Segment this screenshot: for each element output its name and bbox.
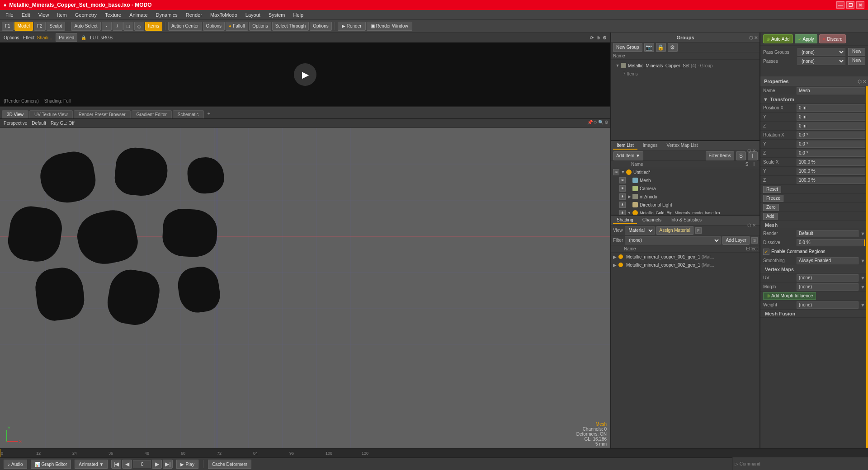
assign-f-key[interactable]: F	[695, 227, 702, 234]
add-transform-button[interactable]: Add	[763, 213, 778, 220]
morph-value[interactable]: (none)	[797, 283, 859, 291]
shading-row-2[interactable]: ▶ Metallic_mineral_cooper_002_geo_1 (Mat…	[611, 261, 760, 269]
menu-render[interactable]: Render	[182, 11, 206, 19]
select-through-button[interactable]: Select Through	[272, 22, 309, 31]
graph-editor-button[interactable]: 📊 Graph Editor	[31, 460, 71, 469]
options-1-button[interactable]: Options	[203, 22, 225, 31]
expand-icon-2[interactable]: ▶	[613, 263, 617, 268]
rotation-x-value[interactable]: 0.0 °	[797, 132, 865, 139]
menu-animate[interactable]: Animate	[126, 11, 151, 19]
play-button[interactable]: ▶	[152, 460, 162, 469]
position-x-value[interactable]: 0 m	[797, 104, 865, 112]
new-group-button[interactable]: New Group	[613, 43, 642, 52]
model-button[interactable]: Model	[14, 22, 33, 31]
falloff-button[interactable]: ● Falloff	[226, 22, 248, 31]
vp-pin-icon[interactable]: 📌	[587, 120, 593, 125]
freeze-button[interactable]: Freeze	[763, 195, 783, 202]
new-pass-groups-button[interactable]: New	[848, 48, 865, 56]
eye-icon-1[interactable]: 👁	[619, 177, 626, 183]
scale-x-value[interactable]: 100.0 %	[797, 159, 865, 166]
items-button[interactable]: Items	[145, 22, 162, 31]
tab-item-list[interactable]: Item List	[613, 142, 637, 150]
enable-cmd-checkbox[interactable]: ✓	[763, 249, 769, 255]
new-passes-button[interactable]: New	[848, 57, 865, 65]
passes-select[interactable]: (none)	[797, 57, 845, 65]
menu-help[interactable]: Help	[290, 11, 307, 19]
group-toggle[interactable]: ▼	[615, 63, 620, 68]
preview-play-button[interactable]: ▶	[294, 63, 316, 86]
add-morph-button[interactable]: ⊕ Add Morph Influence	[763, 292, 816, 300]
transform-section-header[interactable]: ▼ Transform	[760, 95, 868, 103]
menu-system[interactable]: System	[265, 11, 289, 19]
tab-gradient-editor[interactable]: Gradient Editor	[132, 110, 172, 118]
properties-expand[interactable]: ⬡✕	[858, 79, 866, 84]
add-view-tab-button[interactable]: +	[205, 109, 213, 118]
cache-deformers-button[interactable]: Cache Deformers	[208, 460, 251, 469]
toggle-0[interactable]: ▼	[620, 170, 626, 174]
vp-zoom-icon[interactable]: ⊕	[596, 35, 600, 40]
tab-channels[interactable]: Channels	[639, 216, 665, 224]
play-btn-label[interactable]: ▶ Play	[176, 460, 198, 469]
expand-icon-1[interactable]: ▶	[613, 254, 617, 259]
uv-value[interactable]: (none)	[797, 274, 859, 282]
play-prev-button[interactable]: ◀	[122, 460, 132, 469]
eye-icon-4[interactable]: 👁	[619, 202, 626, 208]
play-start-button[interactable]: |◀	[111, 460, 121, 469]
vp-settings-icon[interactable]: ⚙	[603, 35, 607, 40]
shading-expand[interactable]: ⬡✕	[747, 223, 756, 228]
position-y-value[interactable]: 0 m	[797, 113, 865, 121]
add-layer-button[interactable]: Add Layer	[722, 236, 750, 245]
select-edge-icon[interactable]: /	[113, 22, 123, 31]
tab-3d-view[interactable]: 3D View	[2, 110, 28, 118]
prop-name-value[interactable]: Mesh	[797, 87, 865, 94]
group-item-main[interactable]: ▼ Metallic_Minerals_Copper_Set (4) · Gro…	[613, 61, 758, 70]
tab-images[interactable]: Images	[639, 142, 661, 150]
rotation-y-value[interactable]: 0.0 °	[797, 141, 865, 148]
weight-value[interactable]: (none)	[797, 301, 859, 309]
tree-item-m2modo[interactable]: 👁 ▶ m2modo	[611, 193, 760, 201]
scale-y-value[interactable]: 100.0 %	[797, 168, 865, 175]
shading-row-1[interactable]: ▶ Metallic_mineral_cooper_001_geo_1 (Mat…	[611, 253, 760, 261]
eye-icon-5[interactable]: 👁	[619, 210, 626, 215]
menu-layout[interactable]: Layout	[242, 11, 264, 19]
options-2-button[interactable]: Options	[249, 22, 271, 31]
eye-icon-0[interactable]: 👁	[613, 169, 619, 175]
filter-select[interactable]: (none)	[625, 236, 721, 244]
tab-render-preset[interactable]: Render Preset Browser	[74, 110, 131, 118]
tree-item-dirlight[interactable]: 👁 Directional Light	[611, 201, 760, 209]
menu-maxtomodo[interactable]: MaxToModo	[207, 11, 241, 19]
eye-icon-2[interactable]: 👁	[619, 185, 626, 192]
group-sub-item[interactable]: 7 Items	[613, 70, 758, 78]
menu-texture[interactable]: Texture	[101, 11, 125, 19]
menu-view[interactable]: View	[35, 11, 53, 19]
eye-icon-3[interactable]: 👁	[619, 193, 626, 200]
select-vertex-icon[interactable]: ·	[102, 22, 112, 31]
menu-file[interactable]: File	[2, 11, 17, 19]
select-poly-icon[interactable]: □	[123, 22, 133, 31]
zero-button[interactable]: Zero	[763, 204, 779, 211]
maximize-button[interactable]: ❐	[846, 1, 854, 9]
assign-material-button[interactable]: Assign Material	[656, 226, 693, 235]
viewport-content[interactable]: X Y Mesh Channels: 0 Deformers: ON GL: 1…	[0, 128, 610, 448]
menu-dynamics[interactable]: Dynamics	[152, 11, 181, 19]
tree-item-mesh[interactable]: 👁 Mesh	[611, 176, 760, 184]
vp-rotate-icon[interactable]: ⟳	[590, 35, 594, 40]
vertex-maps-header[interactable]: Vertex Maps	[760, 265, 868, 273]
tab-uv-texture[interactable]: UV Texture View	[29, 110, 73, 118]
minimize-button[interactable]: —	[836, 1, 844, 9]
item-list-expand[interactable]: ⬡✕	[747, 148, 756, 153]
animated-button[interactable]: Animated ▼	[75, 460, 108, 469]
menu-item[interactable]: Item	[53, 11, 70, 19]
mesh-fusion-header[interactable]: Mesh Fusion	[760, 310, 868, 318]
tab-vertex-map[interactable]: Vertex Map List	[663, 142, 702, 150]
render-button[interactable]: ▶ Render	[338, 22, 366, 31]
close-button[interactable]: ✕	[856, 1, 864, 9]
apply-button[interactable]: ✓ Apply	[795, 34, 817, 43]
f1-button[interactable]: F1	[2, 22, 14, 31]
auto-add-button[interactable]: ⊕ Auto Add	[763, 34, 793, 43]
scale-z-value[interactable]: 100.0 %	[797, 177, 865, 184]
action-center-button[interactable]: Action Center	[168, 22, 202, 31]
tab-shading[interactable]: Shading	[613, 216, 637, 224]
menu-geometry[interactable]: Geometry	[71, 11, 100, 19]
pass-groups-select[interactable]: (none)	[797, 48, 845, 56]
